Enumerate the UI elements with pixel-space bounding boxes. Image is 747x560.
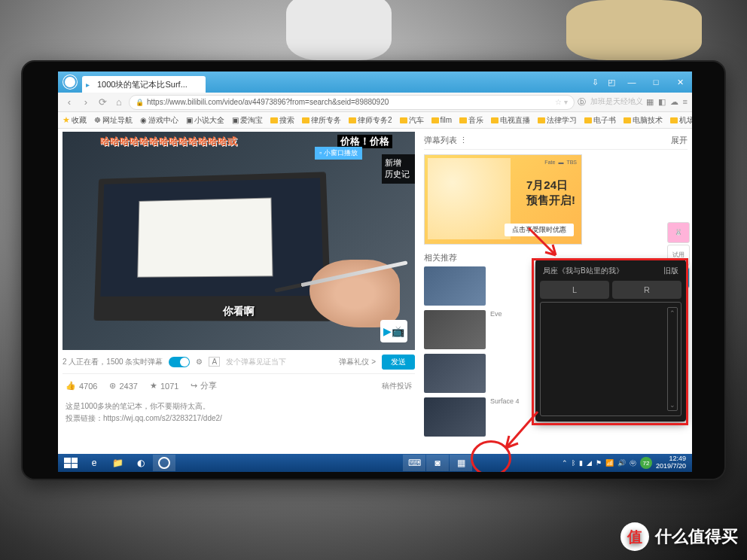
history-sidebar-tag[interactable]: 新增历史记	[382, 154, 415, 184]
tray-network-icon[interactable]: ▮	[579, 459, 583, 467]
bilibili-play-icon[interactable]: ▶📺	[380, 320, 407, 342]
tray-wifi-icon[interactable]: 📶	[605, 459, 614, 467]
video-description: 这是1000多块的笔记本，你不要期待太高。 投票链接：https://wj.qq…	[63, 397, 415, 428]
touchpad-right-button[interactable]: R	[612, 281, 681, 299]
taskbar-app-icon[interactable]: ◐	[130, 455, 152, 471]
window-controls: ⇩ ◰ — □ ✕	[592, 78, 688, 87]
bg-object	[286, 0, 392, 60]
coin-button[interactable]: ⊛ 2437	[109, 381, 137, 391]
danmaku-etiquette-link[interactable]: 弹幕礼仪 >	[339, 357, 376, 367]
taskbar-app-icon[interactable]: ▦	[450, 455, 472, 471]
virtual-touchpad[interactable]: 局座《我与B站里的我》旧版 L R ⌃ ⌄	[535, 260, 686, 422]
bookmark-item[interactable]: ▣ 爱淘宝	[232, 115, 263, 126]
tray-chevron-icon[interactable]: ⌃	[562, 459, 568, 467]
bookmark-folder[interactable]: 律所专务	[302, 115, 341, 126]
watermark-text: 什么值得买	[655, 525, 738, 548]
watermark-logo-icon: 值	[620, 522, 649, 551]
taskbar-clock[interactable]: 12:492019/7/20	[656, 455, 686, 470]
bookmark-folder[interactable]: 机场公司	[670, 115, 692, 126]
extension-icon[interactable]: ☁	[670, 97, 678, 107]
favorites-label[interactable]: ★收藏	[63, 115, 87, 126]
touchpad-left-button[interactable]: L	[540, 281, 609, 299]
danmaku-input[interactable]: 发个弹幕见证当下	[226, 357, 333, 367]
back-button[interactable]: ‹	[63, 96, 76, 109]
bookmarks-bar: ★收藏 ☸ 网址导航 ◉ 游戏中心 ▣ 小说大全 ▣ 爱淘宝 搜索 律所专务 律…	[58, 112, 692, 129]
video-stats: 👍 4706 ⊛ 2437 ★ 1071 ↪ 分享 稿件投诉	[63, 374, 415, 397]
ad-banner[interactable]: Fate▬TBS 7月24日预售开启! 点击享受限时优惠	[424, 154, 582, 245]
search-hint: 加班是天经地义	[590, 96, 643, 108]
bookmark-folder[interactable]: 电脑技术	[624, 115, 663, 126]
bookmark-item[interactable]: ◉ 游戏中心	[140, 115, 178, 126]
menu-icon[interactable]: ≡	[683, 97, 688, 107]
folder-icon	[624, 117, 631, 123]
tablet-device: 1000块的笔记本比Surf... ⇩ ◰ — □ ✕ ‹ › ⟳ ⌂ 🔒 ht…	[21, 60, 726, 480]
scroll-up-icon: ⌃	[669, 309, 675, 317]
bookmark-folder[interactable]: 电子书	[584, 115, 616, 126]
bookmark-folder[interactable]: 搜索	[270, 115, 294, 126]
home-button[interactable]: ⌂	[112, 96, 126, 109]
danmaku-settings-icon[interactable]: ⚙	[196, 358, 203, 366]
ad-cta-button[interactable]: 点击享受限时优惠	[505, 224, 574, 236]
like-button[interactable]: 👍 4706	[66, 381, 97, 391]
sogou-logo-icon[interactable]	[63, 75, 78, 90]
maximize-button[interactable]: □	[648, 78, 663, 87]
main-column: 哈哈哈哈哈哈哈哈哈哈哈哈哈或 价格！价格 ▫ 小窗口播放 新增历史记 你看啊 ▶…	[58, 129, 419, 454]
search-box[interactable]: ⓑ 加班是天经地义	[578, 96, 643, 108]
url-input[interactable]: 🔒 https://www.bilibili.com/video/av44973…	[129, 95, 575, 110]
desc-line: 投票链接：https://wj.qq.com/s2/3283217/dde2/	[66, 412, 412, 425]
danmaku-list-label[interactable]: 弹幕列表 ⋮	[424, 135, 468, 146]
bookmark-folder[interactable]: film	[431, 116, 453, 124]
taskbar-sogou-icon[interactable]	[153, 455, 175, 471]
send-button[interactable]: 发送	[382, 355, 415, 370]
bookmark-folder[interactable]: 律师专务2	[349, 115, 392, 126]
bookmark-folder[interactable]: 法律学习	[538, 115, 577, 126]
download-icon[interactable]: ⇩	[592, 78, 599, 87]
restore-icon[interactable]: ◰	[608, 78, 615, 87]
extension-icon[interactable]: ◧	[658, 97, 666, 107]
desc-line: 这是1000多块的笔记本，你不要期待太高。	[66, 400, 412, 412]
folder-icon	[400, 117, 407, 123]
bookmark-folder[interactable]: 电视直播	[491, 115, 530, 126]
reload-button[interactable]: ⟳	[96, 96, 109, 109]
touchpad-title: 局座《我与B站里的我》	[543, 266, 624, 276]
taskbar-ie-icon[interactable]: e	[83, 455, 105, 471]
video-player[interactable]: 哈哈哈哈哈哈哈哈哈哈哈哈哈或 价格！价格 ▫ 小窗口播放 新增历史记 你看啊 ▶…	[63, 132, 415, 350]
tray-flag-icon[interactable]: ⚑	[596, 459, 602, 467]
system-tray: ⌃ ᛒ ▮ ◢ ⚑ 📶 🔊 ㊥ 72 12:492019/7/20	[562, 455, 691, 470]
danmaku-toggle[interactable]	[169, 357, 190, 367]
touchpad-surface[interactable]: ⌃ ⌄	[540, 302, 681, 416]
close-button[interactable]: ✕	[672, 78, 688, 87]
viewer-count: 2 人正在看，1500 条实时弹幕	[63, 357, 163, 367]
bookmark-folder[interactable]: 汽车	[400, 115, 424, 126]
expand-button[interactable]: 展开	[671, 135, 688, 146]
font-icon[interactable]: A	[209, 357, 220, 367]
bg-pillow	[566, 0, 702, 60]
taskbar-keyboard-icon[interactable]: ⌨	[403, 455, 425, 471]
touchpad-scrollbar[interactable]: ⌃ ⌄	[667, 307, 678, 411]
float-button-mascot[interactable]: 🐰	[667, 222, 690, 243]
forward-button[interactable]: ›	[79, 96, 93, 109]
tray-volume-icon[interactable]: 🔊	[617, 459, 626, 467]
tray-bluetooth-icon[interactable]: ᛒ	[572, 459, 575, 467]
windows-taskbar: e 📁 ◐ ⌨ ◙ ▦ ⌃ ᛒ ▮ ◢ ⚑ 📶 🔊 ㊥ 72	[58, 454, 692, 472]
extension-icon[interactable]: ▦	[646, 97, 654, 107]
bookmark-item[interactable]: ▣ 小说大全	[186, 115, 224, 126]
minimize-button[interactable]: —	[624, 78, 639, 87]
mini-window-button[interactable]: ▫ 小窗口播放	[315, 147, 362, 160]
share-button[interactable]: ↪ 分享	[191, 380, 217, 391]
tab-title: 1000块的笔记本比Surf...	[97, 79, 188, 90]
taskbar-touchpad-icon[interactable]: ◙	[426, 455, 449, 471]
report-link[interactable]: 稿件投诉	[382, 381, 412, 391]
tray-icon[interactable]: ◢	[587, 459, 592, 467]
tray-temp-icon[interactable]: 72	[640, 457, 652, 469]
browser-titlebar: 1000块的笔记本比Surf... ⇩ ◰ — □ ✕	[58, 72, 692, 93]
start-button[interactable]	[59, 455, 82, 471]
taskbar-explorer-icon[interactable]: 📁	[106, 455, 129, 471]
browser-tab[interactable]: 1000块的笔记本比Surf...	[82, 76, 206, 93]
bookmark-folder[interactable]: 音乐	[459, 115, 483, 126]
tray-ime-icon[interactable]: ㊥	[630, 458, 636, 468]
folder-icon	[459, 117, 467, 123]
favorite-button[interactable]: ★ 1071	[150, 381, 178, 391]
bookmark-item[interactable]: ☸ 网址导航	[94, 115, 133, 126]
scroll-down-icon: ⌄	[669, 401, 675, 409]
